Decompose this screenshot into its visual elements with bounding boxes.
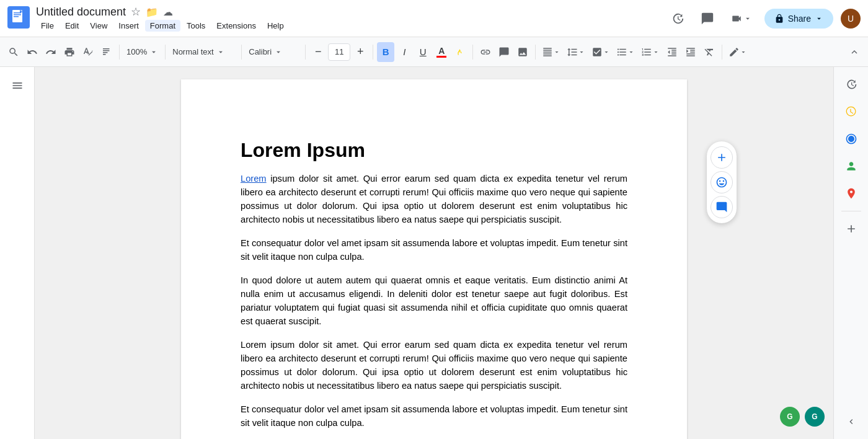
sidebar-keep-icon[interactable] (839, 99, 864, 124)
sidebar-add-icon[interactable] (839, 216, 864, 241)
sep7 (535, 45, 536, 60)
title-bar: Untitled document ☆ 📁 ☁ File Edit View I… (0, 0, 868, 37)
bold-button[interactable]: B (377, 42, 394, 62)
insert-image-button[interactable] (514, 42, 531, 62)
underline-button[interactable]: U (414, 42, 432, 62)
float-emoji-button[interactable] (711, 171, 733, 193)
sep8 (722, 45, 722, 60)
chat-button[interactable] (696, 7, 719, 30)
title-area: Untitled document ☆ 📁 ☁ File Edit View I… (36, 5, 666, 32)
sidebar-sep (841, 211, 861, 211)
highlight-color-button[interactable] (451, 42, 469, 62)
zoom-select[interactable]: 100% (123, 42, 161, 62)
float-comment-button[interactable] (711, 196, 733, 218)
main-area: Lorem Ipsum Lorem ipsum dolor sit amet. … (0, 67, 868, 439)
font-select[interactable]: Calibri (246, 42, 301, 62)
print-button[interactable] (61, 42, 78, 62)
cloud-icon[interactable]: ☁ (163, 6, 173, 18)
outline-toggle[interactable] (6, 74, 29, 100)
bullet-list-button[interactable] (614, 42, 637, 62)
numbered-list-button[interactable] (639, 42, 662, 62)
redo-button[interactable] (42, 42, 60, 62)
font-size-increase-button[interactable]: + (352, 42, 369, 62)
link-button[interactable] (477, 42, 494, 62)
paragraph-3: In quod dolore ut autem autem qui quaera… (241, 273, 627, 328)
search-button[interactable] (5, 42, 22, 62)
sidebar-maps-icon[interactable] (839, 181, 864, 206)
paragraph-2: Et consequatur dolor vel amet ipsam sit … (241, 236, 627, 264)
italic-button[interactable]: I (396, 42, 413, 62)
doc-title-row: Untitled document ☆ 📁 ☁ (36, 5, 666, 19)
indent-increase-button[interactable] (682, 42, 699, 62)
left-panel (0, 67, 35, 439)
indent-decrease-button[interactable] (663, 42, 681, 62)
align-button[interactable] (539, 42, 563, 62)
paragraph-5: Et consequatur dolor vel amet ipsam sit … (241, 402, 627, 430)
sidebar-tasks-icon[interactable] (839, 126, 864, 151)
grammarly-icon[interactable]: G (780, 407, 800, 427)
paint-format-button[interactable] (98, 42, 115, 62)
page: Lorem Ipsum Lorem ipsum dolor sit amet. … (181, 79, 687, 439)
collapse-toolbar-button[interactable] (846, 42, 863, 62)
video-button[interactable] (726, 7, 757, 30)
sidebar-contacts-icon[interactable] (839, 154, 864, 179)
bottom-right-icons: G G (780, 407, 825, 427)
sep4 (305, 45, 306, 60)
sidebar-history-icon[interactable] (839, 72, 864, 97)
paragraph-4: Lorem ipsum dolor sit amet. Qui error ea… (241, 338, 627, 392)
doc-heading: Lorem Ipsum (241, 139, 627, 162)
doc-area[interactable]: Lorem Ipsum Lorem ipsum dolor sit amet. … (35, 67, 833, 439)
avatar[interactable]: U (841, 9, 861, 29)
insert-comment-button[interactable] (495, 42, 513, 62)
spellcheck-button[interactable] (79, 42, 97, 62)
menu-insert[interactable]: Insert (113, 20, 144, 32)
svg-rect-2 (14, 12, 21, 14)
menu-bar: File Edit View Insert Format Tools Exten… (36, 20, 666, 32)
doc-title[interactable]: Untitled document (36, 6, 126, 19)
menu-edit[interactable]: Edit (60, 20, 84, 32)
sep5 (373, 45, 373, 60)
text-color-button[interactable]: A (433, 42, 450, 62)
toolbar: 100% Normal text Calibri − + B I U A (0, 37, 868, 67)
font-size-decrease-button[interactable]: − (309, 42, 327, 62)
lorem-link[interactable]: Lorem (241, 174, 267, 184)
paragraph-1: Lorem ipsum dolor sit amet. Qui error ea… (241, 172, 627, 226)
clear-formatting-button[interactable] (701, 42, 718, 62)
menu-view[interactable]: View (85, 20, 112, 32)
checklist-button[interactable] (589, 42, 613, 62)
title-right: Share U (666, 7, 861, 30)
sep6 (472, 45, 473, 60)
sep1 (119, 45, 120, 60)
menu-tools[interactable]: Tools (182, 20, 210, 32)
menu-format[interactable]: Format (145, 20, 180, 32)
menu-help[interactable]: Help (262, 20, 289, 32)
star-icon[interactable]: ☆ (131, 5, 141, 19)
doc-icon (7, 6, 36, 31)
expand-panel[interactable] (846, 417, 856, 439)
share-button[interactable]: Share (764, 9, 833, 29)
history-button[interactable] (666, 7, 689, 30)
undo-button[interactable] (24, 42, 41, 62)
right-sidebar (833, 67, 868, 439)
float-add-button[interactable] (711, 146, 733, 169)
float-toolbar (707, 141, 737, 223)
assistant-icon[interactable]: G (805, 407, 825, 427)
svg-rect-3 (14, 14, 21, 16)
menu-extensions[interactable]: Extensions (211, 20, 261, 32)
sep2 (165, 45, 166, 60)
menu-file[interactable]: File (36, 20, 59, 32)
share-label: Share (788, 14, 811, 24)
folder-icon[interactable]: 📁 (146, 6, 158, 18)
line-spacing-button[interactable] (564, 42, 588, 62)
text-style-select[interactable]: Normal text (169, 42, 237, 62)
svg-rect-4 (14, 16, 19, 17)
sep3 (241, 45, 242, 60)
editing-mode-button[interactable] (726, 42, 750, 62)
font-size-input[interactable] (328, 43, 350, 61)
